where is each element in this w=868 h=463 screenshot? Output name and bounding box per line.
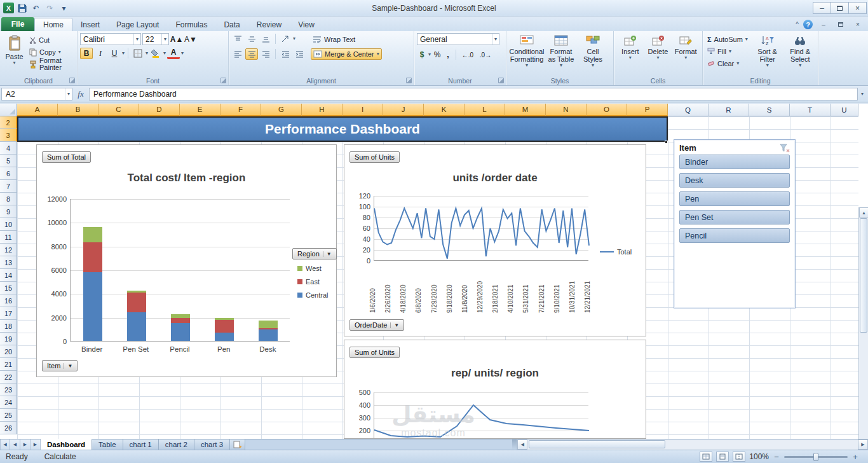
item-slicer[interactable]: Item BinderDeskPenPen SetPencil [674,139,796,308]
page-break-view-button[interactable] [733,452,745,462]
excel-app-icon[interactable]: X [3,3,14,13]
bold-button[interactable]: B [80,48,93,59]
page-layout-view-button[interactable] [716,452,729,462]
insert-cells-button[interactable]: Insert ▾ [616,33,644,76]
close-button[interactable]: × [848,2,867,14]
chart-rep-units-region[interactable]: Sum of Units rep/ units/ region 01002003… [344,340,646,439]
cell-styles-button[interactable]: Cell Styles ▾ [578,33,608,76]
sum-of-units-field-button[interactable]: Sum of Units [349,151,400,163]
horizontal-scroll-thumb[interactable] [529,440,665,448]
tab-scroll-splitter[interactable] [512,439,517,450]
format-cells-button[interactable]: Format ▾ [672,33,700,76]
row-header-2[interactable]: 2 [0,116,17,129]
column-header-I[interactable]: I [342,104,383,116]
find-select-button[interactable]: Find & Select ▾ [785,33,815,76]
normal-view-button[interactable] [700,452,712,462]
chart-total-cost[interactable]: Sum of Total Total cost/ Item -region 02… [36,144,337,377]
row-header-16[interactable]: 16 [0,294,17,307]
sheet-tab-chart-3[interactable]: chart 3 [194,439,230,450]
tab-review[interactable]: Review [248,18,290,31]
font-color-dropdown-icon[interactable]: ▾ [181,51,184,56]
sheet-tab-dashboard[interactable]: Dashboard [41,439,92,450]
help-icon[interactable]: ? [803,20,813,29]
fill-color-button[interactable] [149,48,162,59]
column-header-B[interactable]: B [58,104,98,116]
region-field-button[interactable]: Region ▼ [292,248,337,259]
percent-style-button[interactable]: % [432,49,442,60]
font-dialog-launcher[interactable] [220,78,226,83]
align-center-button[interactable] [245,48,258,60]
fill-handle[interactable] [665,141,668,144]
row-header-26[interactable]: 26 [0,422,17,434]
row-header-14[interactable]: 14 [0,269,17,282]
row-header-8[interactable]: 8 [0,193,17,205]
column-header-O[interactable]: O [587,104,627,116]
insert-worksheet-button[interactable] [230,439,245,450]
row-header-19[interactable]: 19 [0,333,17,345]
font-name-combo[interactable]: Calibri ▾ [80,33,141,45]
column-header-K[interactable]: K [424,104,465,116]
next-sheet-button[interactable]: ▶ [20,439,31,450]
save-button[interactable] [16,3,28,14]
formula-input[interactable]: Performance Dashboard [89,88,858,100]
grow-font-button[interactable]: A▲ [170,34,183,45]
slicer-item-binder[interactable]: Binder [679,155,790,169]
scroll-up-arrow[interactable]: ▲ [859,207,868,218]
previous-sheet-button[interactable]: ◀ [10,439,20,450]
column-header-J[interactable]: J [383,104,424,116]
row-header-7[interactable]: 7 [0,180,17,193]
underline-dropdown-icon[interactable]: ▾ [122,51,125,56]
row-header-22[interactable]: 22 [0,371,17,384]
sort-filter-button[interactable]: AZ Sort & Filter ▾ [752,33,783,76]
expand-formula-bar-icon[interactable]: ▾ [858,91,867,97]
column-header-H[interactable]: H [302,104,342,116]
accounting-dropdown-icon[interactable]: ▾ [428,52,431,57]
row-header-3[interactable]: 3 [0,129,17,142]
redo-button[interactable]: ↷ [44,3,56,14]
decrease-decimal-button[interactable]: .0→ [477,49,494,60]
slicer-item-pencil[interactable]: Pencil [679,228,790,243]
sum-of-total-field-button[interactable]: Sum of Total [42,151,91,163]
chart-units-orderdate[interactable]: Sum of Units units /order date 020406080… [344,144,646,336]
number-format-combo[interactable]: General ▾ [417,33,499,45]
workbook-restore-button[interactable] [834,20,847,30]
item-field-button[interactable]: Item ▼ [42,360,78,371]
workbook-close-button[interactable]: × [851,20,864,30]
orientation-button[interactable] [279,33,292,45]
underline-button[interactable]: U [108,48,121,59]
column-header-M[interactable]: M [505,104,546,116]
maximize-button[interactable] [831,2,849,14]
tab-page-layout[interactable]: Page Layout [108,18,167,31]
row-header-4[interactable]: 4 [0,142,17,155]
zoom-level[interactable]: 100% [749,452,769,461]
workbook-minimize-button[interactable]: – [817,20,830,30]
row-header-13[interactable]: 13 [0,256,17,269]
column-header-S[interactable]: S [749,104,790,116]
column-header-C[interactable]: C [98,104,139,116]
font-color-button[interactable]: A [167,48,180,59]
tab-insert[interactable]: Insert [72,18,108,31]
undo-button[interactable]: ↶ [30,3,42,14]
borders-dropdown-icon[interactable]: ▾ [146,51,148,56]
tab-data[interactable]: Data [215,18,248,31]
number-dialog-launcher[interactable] [498,78,504,83]
slicer-item-desk[interactable]: Desk [679,173,790,188]
align-right-button[interactable] [259,48,272,60]
column-header-P[interactable]: P [627,104,668,116]
zoom-out-button[interactable]: − [773,452,780,462]
align-top-button[interactable] [231,33,244,45]
comma-style-button[interactable]: , [444,49,452,60]
sum-of-units2-field-button[interactable]: Sum of Units [349,347,400,358]
format-as-table-button[interactable]: Format as Table ▾ [545,33,578,76]
scroll-left-arrow[interactable]: ◀ [517,439,527,450]
row-header-12[interactable]: 12 [0,244,17,256]
column-header-A[interactable]: A [17,104,58,116]
row-header-9[interactable]: 9 [0,205,17,218]
italic-button[interactable]: I [94,48,107,59]
conditional-formatting-button[interactable]: Conditional Formatting ▾ [509,33,545,76]
vertical-scroll-thumb[interactable] [860,218,867,333]
accounting-format-button[interactable]: $ [417,49,427,60]
column-header-F[interactable]: F [220,104,261,116]
shrink-font-button[interactable]: A▼ [184,34,197,45]
row-header-11[interactable]: 11 [0,231,17,244]
